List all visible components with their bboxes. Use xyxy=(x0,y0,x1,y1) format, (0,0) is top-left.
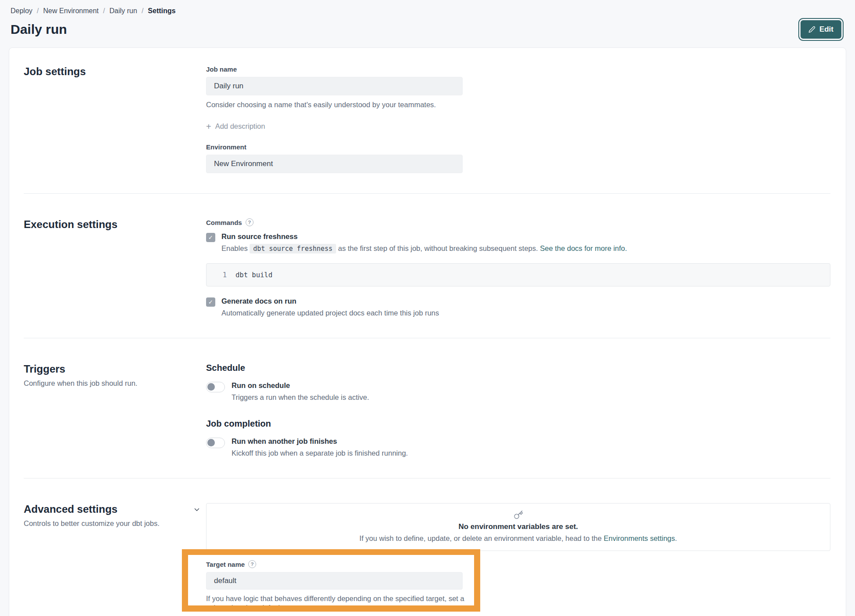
target-name-label: Target name xyxy=(206,561,245,568)
docs-link[interactable]: See the docs for more info. xyxy=(540,244,627,252)
triggers-subtitle: Configure when this job should run. xyxy=(24,379,138,388)
job-name-label: Job name xyxy=(206,65,830,73)
run-when-job-finishes-toggle[interactable] xyxy=(206,438,225,448)
advanced-settings-subtitle: Controls to better customize your dbt jo… xyxy=(24,519,159,528)
run-source-freshness-checkbox[interactable]: ✓ xyxy=(206,233,215,242)
job-name-input[interactable]: Daily run xyxy=(206,77,463,95)
breadcrumb-separator: / xyxy=(37,7,39,15)
breadcrumb-settings: Settings xyxy=(148,7,176,15)
commands-code-editor[interactable]: 1 dbt build xyxy=(206,263,830,286)
run-on-schedule-title: Run on schedule xyxy=(232,381,369,390)
settings-card: Job settings Job name Daily run Consider… xyxy=(9,47,846,616)
help-icon[interactable]: ? xyxy=(246,218,254,226)
target-name-label-row: Target name ? xyxy=(206,560,465,568)
environment-label: Environment xyxy=(206,143,830,151)
section-triggers: Triggers Configure when this job should … xyxy=(24,338,830,478)
breadcrumb: Deploy / New Environment / Daily run / S… xyxy=(9,0,846,15)
chevron-down-icon[interactable] xyxy=(193,506,201,515)
job-completion-heading: Job completion xyxy=(206,419,830,429)
job-settings-heading: Job settings xyxy=(24,65,86,78)
target-name-input[interactable]: default xyxy=(206,572,463,590)
env-vars-title: No environment variables are set. xyxy=(215,522,821,531)
section-execution-settings: Execution settings Commands ? ✓ Run sour… xyxy=(24,193,830,338)
run-on-schedule-desc: Triggers a run when the schedule is acti… xyxy=(232,393,369,402)
triggers-heading: Triggers xyxy=(24,363,138,375)
code-chip: dbt source freshness xyxy=(250,244,336,254)
run-source-freshness-desc: Enables dbt source freshness as the firs… xyxy=(221,244,627,254)
commands-label-row: Commands ? xyxy=(206,218,830,226)
generate-docs-title: Generate docs on run xyxy=(221,297,439,305)
run-source-freshness-row: ✓ Run source freshness Enables dbt sourc… xyxy=(206,232,830,254)
run-source-freshness-title: Run source freshness xyxy=(221,232,627,241)
schedule-heading: Schedule xyxy=(206,363,830,373)
breadcrumb-separator: / xyxy=(103,7,105,15)
job-settings-page: Deploy / New Environment / Daily run / S… xyxy=(0,0,855,616)
commands-label: Commands xyxy=(206,219,242,226)
job-name-helper: Consider choosing a name that's easily u… xyxy=(206,100,830,109)
env-vars-desc: If you wish to define, update, or delete… xyxy=(215,534,821,543)
plus-icon: + xyxy=(206,123,211,130)
breadcrumb-job[interactable]: Daily run xyxy=(109,7,137,15)
breadcrumb-separator: / xyxy=(141,7,143,15)
run-when-job-finishes-row: Run when another job finishes Kickoff th… xyxy=(206,437,830,458)
section-job-settings: Job settings Job name Daily run Consider… xyxy=(24,65,830,193)
run-on-schedule-toggle[interactable] xyxy=(206,382,225,392)
add-description-label: Add description xyxy=(215,122,265,130)
edit-button[interactable]: Edit xyxy=(801,20,841,39)
target-name-highlight-annotation: Target name ? default If you have logic … xyxy=(182,549,480,612)
target-name-helper: If you have logic that behaves different… xyxy=(206,594,465,605)
run-on-schedule-row: Run on schedule Triggers a run when the … xyxy=(206,381,830,402)
edit-button-label: Edit xyxy=(819,25,833,34)
pencil-icon xyxy=(808,26,815,33)
breadcrumb-environment[interactable]: New Environment xyxy=(43,7,98,15)
page-header: Daily run Edit xyxy=(9,20,846,39)
command-text: dbt build xyxy=(235,271,272,279)
execution-settings-heading: Execution settings xyxy=(24,218,117,231)
generate-docs-checkbox[interactable]: ✓ xyxy=(206,297,215,307)
breadcrumb-deploy[interactable]: Deploy xyxy=(11,7,33,15)
advanced-settings-heading: Advanced settings xyxy=(24,503,159,515)
generate-docs-row: ✓ Generate docs on run Automatically gen… xyxy=(206,297,830,318)
line-number: 1 xyxy=(207,271,227,279)
environments-settings-link[interactable]: Environments settings xyxy=(604,534,675,542)
section-advanced-settings: Advanced settings Controls to better cus… xyxy=(24,478,830,616)
page-title: Daily run xyxy=(11,22,67,37)
generate-docs-desc: Automatically generate updated project d… xyxy=(221,308,439,318)
key-icon xyxy=(514,514,523,521)
environment-input[interactable]: New Environment xyxy=(206,155,463,173)
help-icon[interactable]: ? xyxy=(248,560,256,568)
run-when-job-finishes-desc: Kickoff this job when a separate job is … xyxy=(232,449,408,458)
add-description-button[interactable]: + Add description xyxy=(206,122,830,130)
run-when-job-finishes-title: Run when another job finishes xyxy=(232,437,408,446)
env-vars-empty-state: No environment variables are set. If you… xyxy=(206,503,830,551)
